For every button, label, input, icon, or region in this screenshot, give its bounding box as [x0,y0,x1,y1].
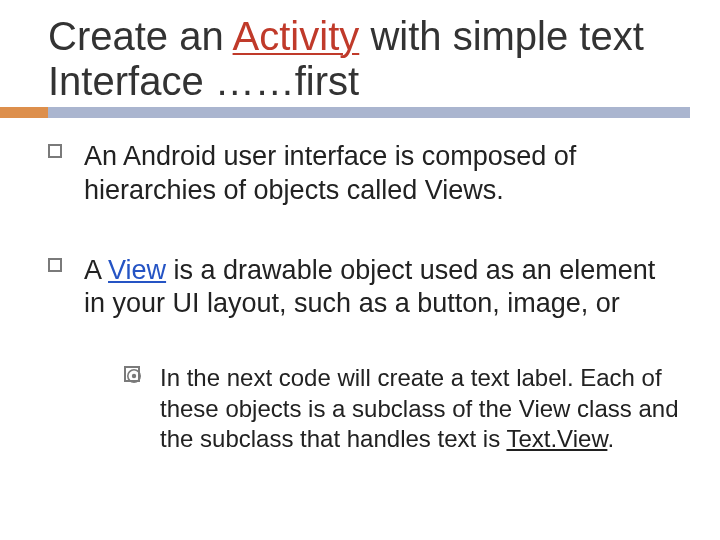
slide: Create an Activity with simple text Inte… [0,0,720,540]
square-bullet-icon [48,144,62,158]
bullet-item-1: An Android user interface is composed of… [48,140,680,208]
svg-point-1 [132,374,136,378]
bullet-1-text: An Android user interface is composed of… [84,141,576,205]
square-bullet-icon [48,258,62,272]
bullet-item-2: A View is a drawable object used as an e… [48,254,680,456]
slide-body: An Android user interface is composed of… [48,140,680,501]
title-divider-accent [0,107,48,118]
bullet-2-text-pre: A [84,255,108,285]
title-divider-bar [48,107,690,118]
title-text-pre: Create an [48,14,233,58]
title-accent-word: Activity [233,14,360,58]
bullet-2-link-view[interactable]: View [108,255,166,285]
bullet-item-2-sub: In the next code will create a text labe… [124,363,680,455]
bullet-2-sub-text-post: . [607,425,614,452]
title-divider [0,107,690,118]
bullet-2-text-post: is a drawable object used as an element … [84,255,655,319]
slide-title: Create an Activity with simple text Inte… [48,14,690,104]
bullet-2-sub-link-textview[interactable]: Text.View [506,425,607,452]
circle-dot-bullet-icon [124,366,140,382]
